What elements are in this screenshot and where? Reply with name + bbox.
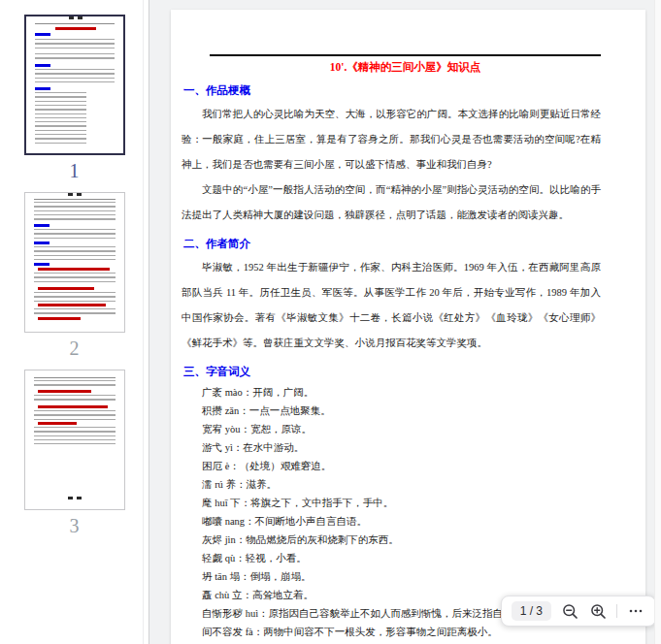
list-item: 轻觑 qù：轻视，小看。: [182, 549, 601, 567]
toolbar-divider: [616, 604, 617, 618]
pdf-viewer-window: 1: [0, 0, 661, 644]
list-item: 困厄 è：（处境）艰难窘迫。: [182, 457, 601, 475]
list-item: 宽宥 yòu：宽恕，原谅。: [182, 420, 601, 438]
page-indicator[interactable]: 1 / 3: [512, 601, 551, 621]
thumbnail-page-number-3: 3: [70, 514, 80, 537]
magnifier-plus-icon: [590, 603, 607, 620]
more-options-button[interactable]: [626, 601, 645, 621]
section-heading-3: 三、字音词义: [183, 365, 601, 378]
document-title: 10'.《精神的三间小屋》知识点: [210, 60, 601, 75]
document-canvas: 10'.《精神的三间小屋》知识点 一、作品梗概 我们常把人的心灵比喻为天空、大海…: [149, 0, 661, 644]
document-page: 10'.《精神的三间小屋》知识点 一、作品梗概 我们常把人的心灵比喻为天空、大海…: [171, 10, 645, 644]
list-item: 灰烬 jìn：物品燃烧后的灰和烧剩下的东西。: [182, 531, 601, 549]
section-heading-1: 一、作品梗概: [183, 83, 601, 97]
list-item: 坍 tān 塌：倒塌，崩塌。: [182, 567, 601, 586]
list-item: 游弋 yì：在水中游动。: [182, 438, 601, 457]
thumbnail-page-number-1: 1: [70, 159, 80, 182]
sidebar-scrollbar[interactable]: [143, 0, 144, 644]
thumbnail-panel: 1: [0, 0, 149, 644]
list-item: 积攒 zǎn：一点一点地聚集。: [182, 402, 601, 420]
section-heading-2: 二、作者简介: [183, 237, 601, 250]
list-item: 麾 huī 下：将旗之下，文中指手下，手中。: [182, 494, 601, 512]
page-thumbnail-3[interactable]: [24, 370, 125, 510]
paragraph: 文题中的“小屋”一般指人活动的空间，而“精神的小屋”则指心灵活动的空间。以比喻的…: [182, 177, 601, 228]
magnifier-minus-icon: [562, 603, 578, 620]
list-item: 嘟囔 nang：不间断地小声自言自语。: [182, 512, 601, 531]
page-thumbnail-2[interactable]: [24, 192, 125, 333]
list-item: 广袤 mào：开阔，广阔。: [182, 383, 601, 402]
viewer-toolbar: 1 / 3: [501, 596, 656, 627]
page-thumbnail-1[interactable]: [24, 15, 125, 155]
thumbnail-page-number-2: 2: [70, 337, 80, 360]
vertical-scrollbar[interactable]: [654, 0, 661, 644]
paragraph: 毕淑敏，1952 年出生于新疆伊宁，作家、内科主治医师。1969 年入伍，在西藏…: [182, 255, 601, 356]
list-item: 濡 rú 养：滋养。: [182, 475, 601, 494]
ellipsis-icon: [628, 603, 644, 619]
zoom-in-button[interactable]: [588, 601, 608, 621]
header-rule: [210, 54, 601, 56]
zoom-out-button[interactable]: [560, 601, 579, 621]
paragraph: 我们常把人的心灵比喻为天空、大海，以形容它的广阔。本文选择的比喻则更贴近日常经验…: [182, 102, 601, 177]
